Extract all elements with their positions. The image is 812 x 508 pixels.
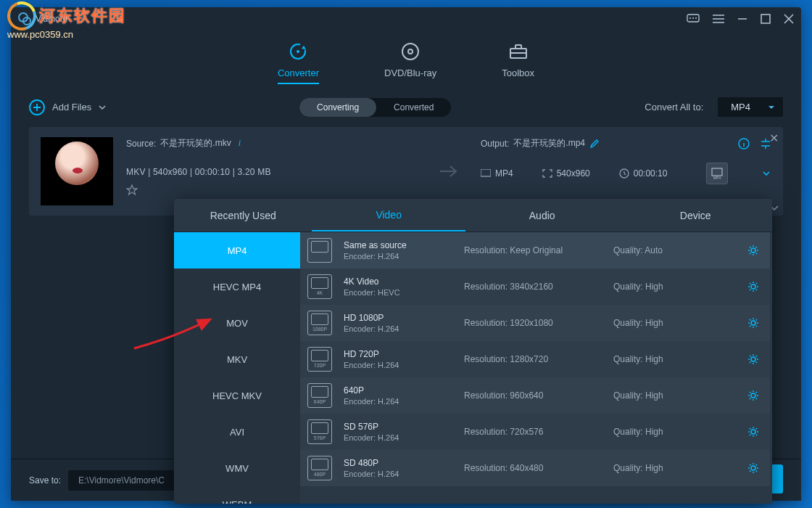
preset-title: Same as source — [344, 240, 452, 250]
pop-tab-device[interactable]: Device — [618, 199, 772, 232]
disc-icon — [400, 41, 420, 62]
preset-resolution: Resolution: 1920x1080 — [464, 318, 602, 328]
format-mkv[interactable]: MKV — [174, 341, 300, 377]
edit-icon[interactable] — [589, 139, 600, 149]
svg-point-9 — [297, 50, 299, 53]
remove-item-icon[interactable]: ✕ — [769, 131, 779, 145]
output-label: Output: — [481, 139, 509, 149]
preset-encoder: Encoder: H.264 — [344, 324, 452, 333]
preset-badge-icon: 480P — [307, 456, 332, 480]
maximize-icon[interactable] — [761, 14, 771, 24]
svg-point-5 — [695, 17, 697, 19]
preset-item[interactable]: 640P640PEncoder: H.264Resolution: 960x64… — [300, 377, 770, 414]
source-filename: 不是开玩笑的.mkv — [160, 137, 231, 149]
preset-encoder: Encoder: H.264 — [344, 397, 452, 406]
preset-quality: Quality: High — [613, 354, 735, 364]
preset-badge-icon — [307, 238, 332, 263]
format-hevc-mkv[interactable]: HEVC MKV — [174, 377, 300, 414]
pop-tab-audio[interactable]: Audio — [465, 199, 619, 232]
video-thumbnail[interactable] — [41, 137, 113, 205]
info-icon[interactable]: i — [239, 138, 241, 149]
tab-converter[interactable]: Converter — [278, 41, 319, 84]
close-icon[interactable] — [784, 14, 794, 24]
svg-point-23 — [751, 357, 755, 361]
preset-quality: Quality: Auto — [613, 245, 735, 255]
preset-quality: Quality: High — [613, 390, 735, 401]
svg-rect-18 — [712, 168, 722, 176]
info-circle-icon[interactable] — [738, 138, 750, 149]
output-filename: 不是开玩笑的.mp4 — [513, 137, 585, 149]
preset-quality: Quality: High — [613, 318, 735, 328]
format-mov[interactable]: MOV — [174, 305, 300, 341]
format-mp4[interactable]: MP4 — [174, 232, 300, 269]
toolbar: Add Files Converting Converted Convert A… — [11, 91, 801, 123]
format-wmv[interactable]: WMV — [174, 450, 300, 486]
chevron-down-icon — [99, 105, 106, 110]
svg-point-25 — [751, 430, 755, 434]
menu-icon[interactable] — [713, 15, 724, 23]
toolbox-icon — [508, 41, 529, 62]
preset-encoder: Encoder: H.264 — [344, 252, 452, 261]
tab-dvd[interactable]: DVD/Blu-ray — [384, 41, 436, 84]
spec-duration: 00:00:10 — [619, 168, 668, 179]
minimize-icon[interactable] — [737, 14, 747, 24]
svg-point-3 — [689, 17, 691, 19]
seg-converted[interactable]: Converted — [376, 98, 451, 117]
feedback-icon[interactable] — [687, 14, 700, 24]
spec-resolution: 540x960 — [542, 168, 590, 179]
preset-item[interactable]: 480PSD 480PEncoder: H.264Resolution: 640… — [300, 450, 770, 486]
format-webm[interactable]: WEBM — [174, 486, 300, 504]
gear-icon[interactable] — [747, 462, 760, 475]
gear-icon[interactable] — [747, 244, 760, 257]
preset-resolution: Resolution: 960x640 — [464, 390, 602, 401]
preset-title: HD 1080P — [344, 313, 452, 323]
convert-all-format-dropdown[interactable]: MP4 — [718, 97, 783, 117]
target-format-badge[interactable]: MP4 — [706, 163, 728, 184]
source-meta: MKV | 540x960 | 00:00:10 | 3.20 MB — [126, 167, 417, 177]
gear-icon[interactable] — [747, 389, 760, 402]
source-label: Source: — [126, 139, 156, 149]
refresh-icon — [288, 41, 308, 62]
preset-item[interactable]: 720PHD 720PEncoder: H.264Resolution: 128… — [300, 341, 770, 377]
preset-item[interactable]: Same as sourceEncoder: H.264Resolution: … — [300, 232, 770, 269]
preset-title: SD 576P — [344, 422, 452, 432]
svg-point-10 — [402, 44, 418, 60]
arrow-right-icon — [439, 164, 459, 179]
preset-badge-icon: 720P — [307, 347, 332, 372]
gear-icon[interactable] — [747, 316, 760, 329]
status-segment: Converting Converted — [299, 98, 451, 117]
preset-title: SD 480P — [344, 458, 452, 468]
star-icon[interactable] — [126, 184, 417, 196]
gear-icon[interactable] — [747, 425, 760, 438]
preset-resolution: Resolution: 3840x2160 — [464, 282, 602, 292]
preset-encoder: Encoder: H.264 — [344, 361, 452, 369]
preset-encoder: Encoder: H.264 — [344, 470, 452, 478]
preset-quality: Quality: High — [613, 427, 735, 437]
titlebar: Vidmore — [11, 7, 801, 30]
svg-point-24 — [751, 393, 755, 398]
pop-tab-recent[interactable]: Recently Used — [174, 199, 312, 232]
format-hevc-mp4[interactable]: HEVC MP4 — [174, 269, 300, 305]
preset-badge-icon: 576P — [307, 419, 332, 444]
preset-encoder: Encoder: HEVC — [344, 288, 452, 297]
preset-resolution: Resolution: Keep Original — [464, 245, 602, 255]
seg-converting[interactable]: Converting — [299, 98, 376, 117]
svg-point-22 — [751, 321, 755, 325]
format-sidebar: MP4HEVC MP4MOVMKVHEVC MKVAVIWMVWEBM — [174, 232, 300, 504]
save-path-input[interactable]: E:\Vidmore\Vidmore\C — [68, 470, 177, 491]
gear-icon[interactable] — [747, 280, 760, 293]
preset-item[interactable]: 1080PHD 1080PEncoder: H.264Resolution: 1… — [300, 305, 770, 341]
gear-icon[interactable] — [747, 353, 760, 366]
add-files-button[interactable]: Add Files — [29, 99, 106, 115]
tab-toolbox[interactable]: Toolbox — [502, 41, 534, 84]
format-avi[interactable]: AVI — [174, 414, 300, 450]
pop-tab-video[interactable]: Video — [312, 199, 465, 232]
plus-circle-icon — [29, 99, 45, 115]
main-tabs: Converter DVD/Blu-ray Toolbox — [11, 30, 801, 91]
preset-item[interactable]: 4K4K VideoEncoder: HEVCResolution: 3840x… — [300, 269, 770, 305]
preset-item[interactable]: 576PSD 576PEncoder: H.264Resolution: 720… — [300, 414, 770, 450]
format-dropdown-caret[interactable] — [763, 171, 770, 176]
preset-encoder: Encoder: H.264 — [344, 433, 452, 442]
svg-rect-16 — [481, 169, 491, 176]
svg-rect-6 — [761, 15, 770, 23]
